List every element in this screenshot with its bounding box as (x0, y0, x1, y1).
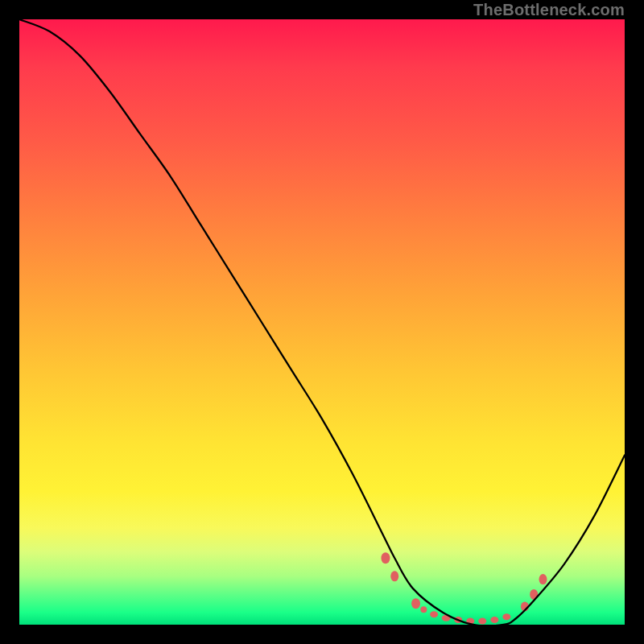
highlight-dot (420, 606, 427, 613)
highlight-dot (521, 601, 529, 611)
marker-group (381, 552, 547, 624)
highlight-dot (430, 611, 438, 617)
highlight-dot (530, 589, 538, 600)
highlight-dot (454, 617, 462, 623)
highlight-dot (478, 617, 486, 624)
highlight-dot (490, 617, 498, 623)
highlight-dot (539, 574, 547, 584)
highlight-dot (442, 615, 451, 621)
curve-layer (19, 19, 625, 625)
highlight-dot (411, 598, 420, 609)
highlight-dot (466, 617, 474, 624)
highlight-dot (390, 571, 398, 581)
plot-area (19, 19, 625, 625)
chart-frame: TheBottleneck.com (0, 0, 644, 644)
highlight-dot (502, 613, 510, 620)
watermark-text: TheBottleneck.com (473, 0, 625, 19)
highlight-dot (381, 552, 390, 564)
bottleneck-curve (19, 19, 625, 625)
